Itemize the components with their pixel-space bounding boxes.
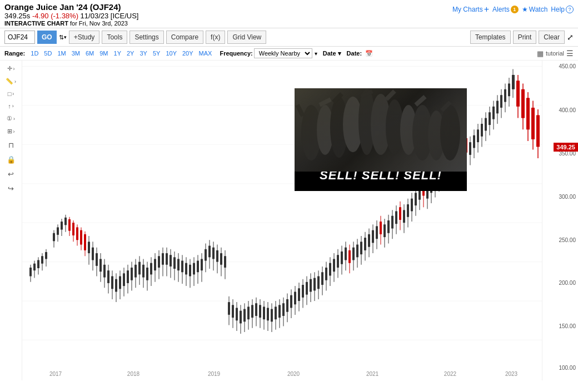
fib-tool[interactable]: ⊞ › xyxy=(7,128,15,135)
svg-rect-47 xyxy=(107,270,109,283)
frequency-chevron[interactable]: ▾ xyxy=(315,51,317,57)
svg-rect-189 xyxy=(383,224,386,237)
calendar-icon[interactable]: 📅 xyxy=(365,50,373,57)
hamburger-icon[interactable]: ☰ xyxy=(566,49,574,58)
svg-rect-77 xyxy=(166,253,168,265)
svg-rect-15 xyxy=(41,256,43,263)
symbol-dropdown[interactable]: ⇅ ▾ xyxy=(59,34,67,41)
range-3m[interactable]: 3M xyxy=(69,49,82,57)
svg-rect-63 xyxy=(138,262,141,275)
price-300: 300.00 xyxy=(559,193,576,199)
svg-rect-25 xyxy=(64,218,67,225)
up-down-arrow-icon: ⇅ xyxy=(59,34,64,41)
tools-button[interactable]: Tools xyxy=(102,31,127,44)
range-1y[interactable]: 1Y xyxy=(112,49,123,57)
svg-rect-259 xyxy=(521,89,525,118)
svg-rect-159 xyxy=(325,268,327,280)
svg-rect-157 xyxy=(321,272,323,285)
svg-rect-185 xyxy=(376,226,378,239)
compare-button[interactable]: Compare xyxy=(166,31,203,44)
line-tool[interactable]: 📏 › xyxy=(6,78,16,85)
templates-button[interactable]: Templates xyxy=(470,31,511,44)
lock-tool[interactable]: 🔒 xyxy=(6,155,17,164)
price-150: 150.00 xyxy=(559,323,576,329)
alerts-link[interactable]: Alerts 1 xyxy=(492,6,519,13)
watch-label: Watch xyxy=(529,6,548,13)
grid-view-button[interactable]: Grid View xyxy=(227,31,266,44)
fx-button[interactable]: f(x) xyxy=(206,31,225,44)
settings-button[interactable]: Settings xyxy=(129,31,163,44)
date-dropdown[interactable]: Date ▾ xyxy=(323,50,341,57)
svg-rect-153 xyxy=(313,278,316,291)
clear-button[interactable]: Clear xyxy=(539,31,565,44)
symbol-input[interactable] xyxy=(4,31,35,44)
svg-rect-201 xyxy=(407,204,409,217)
svg-rect-119 xyxy=(247,306,250,319)
svg-rect-239 xyxy=(481,124,483,137)
svg-rect-85 xyxy=(181,261,183,273)
svg-text:2021: 2021 xyxy=(366,371,379,377)
cursor-chevron: › xyxy=(13,66,15,72)
svg-rect-143 xyxy=(294,292,296,304)
frequency-select[interactable]: Weekly Nearby Daily Weekly Monthly xyxy=(254,48,312,58)
svg-rect-113 xyxy=(236,308,238,320)
svg-rect-127 xyxy=(263,306,265,319)
range-20y[interactable]: 20Y xyxy=(180,49,196,57)
svg-rect-121 xyxy=(251,305,253,318)
svg-rect-49 xyxy=(111,276,113,289)
crowd-image xyxy=(295,88,467,172)
date-label: 11/03/23 xyxy=(81,12,109,20)
expand-icon[interactable]: ⤢ xyxy=(567,33,574,42)
svg-rect-257 xyxy=(516,81,520,107)
svg-rect-193 xyxy=(391,216,393,229)
shape-tool[interactable]: □ › xyxy=(8,91,14,97)
svg-rect-263 xyxy=(531,108,535,139)
svg-rect-181 xyxy=(368,234,370,247)
help-link[interactable]: Help ? xyxy=(551,6,574,13)
svg-rect-125 xyxy=(259,305,261,318)
price-100: 100.00 xyxy=(559,364,576,370)
range-5d[interactable]: 5D xyxy=(42,49,54,57)
alerts-badge: 1 xyxy=(511,6,519,13)
svg-rect-183 xyxy=(372,230,374,243)
watch-link[interactable]: ★ Watch xyxy=(522,6,548,13)
current-price-badge: 349.25 xyxy=(554,143,578,152)
print-button[interactable]: Print xyxy=(513,31,537,44)
my-charts-link[interactable]: My Charts + xyxy=(452,4,489,14)
tutorial-button[interactable]: ▦ tutorial ☰ xyxy=(537,49,574,58)
svg-rect-141 xyxy=(290,295,292,308)
range-2y[interactable]: 2Y xyxy=(124,49,136,57)
range-5y[interactable]: 5Y xyxy=(151,49,162,57)
annotation-tool[interactable]: ① › xyxy=(7,115,15,122)
svg-rect-177 xyxy=(360,242,362,254)
svg-rect-37 xyxy=(88,242,90,253)
range-3y[interactable]: 3Y xyxy=(137,49,149,57)
range-max[interactable]: MAX xyxy=(197,49,215,57)
study-button[interactable]: +Study xyxy=(69,31,100,44)
line-chevron: › xyxy=(14,79,16,84)
svg-rect-191 xyxy=(387,220,390,233)
svg-rect-243 xyxy=(489,112,491,125)
svg-rect-149 xyxy=(306,282,308,295)
sell-text: SELL! SELL! SELL! xyxy=(320,168,442,191)
go-button[interactable]: GO xyxy=(37,31,57,44)
cursor-tool[interactable]: ✛ › xyxy=(7,65,15,72)
svg-rect-91 xyxy=(193,263,195,275)
range-10y[interactable]: 10Y xyxy=(163,49,179,57)
arrow-tool[interactable]: ↑ › xyxy=(8,103,14,109)
tutorial-grid-icon: ▦ xyxy=(537,49,544,58)
undo-tool[interactable]: ↩ xyxy=(6,169,17,178)
magnet-tool[interactable]: ⊓ xyxy=(6,140,17,149)
range-1m[interactable]: 1M xyxy=(55,49,68,57)
redo-tool[interactable]: ↪ xyxy=(6,184,17,193)
range-9m[interactable]: 9M xyxy=(97,49,110,57)
svg-rect-139 xyxy=(286,299,288,312)
range-6m[interactable]: 6M xyxy=(83,49,96,57)
svg-rect-101 xyxy=(212,248,215,259)
svg-rect-145 xyxy=(298,288,300,301)
svg-rect-67 xyxy=(146,268,148,280)
help-label: Help xyxy=(551,6,565,13)
price-change: -4.90 (-1.38%) xyxy=(32,12,78,20)
current-price: 349.25s xyxy=(4,12,30,20)
range-1d[interactable]: 1D xyxy=(28,49,41,57)
